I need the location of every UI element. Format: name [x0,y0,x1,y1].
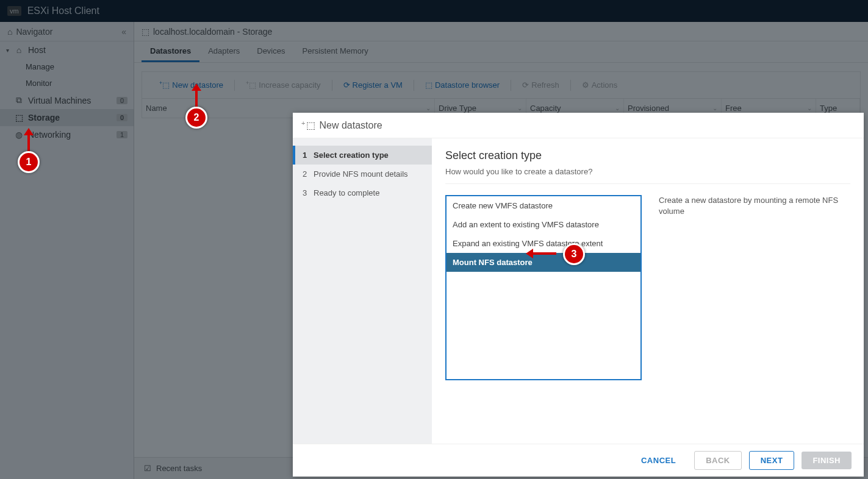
option-mount-nfs[interactable]: Mount NFS datastore [447,253,640,272]
step-heading: Select creation type [445,149,850,162]
wizard-steps: 1 Select creation type 2 Provide NFS mou… [293,138,432,444]
datastore-icon: ⬚ [306,119,315,131]
option-description: Create a new datastore by mounting a rem… [659,195,850,380]
plus-icon: + [301,119,305,127]
modal-footer: CANCEL BACK NEXT FINISH [293,444,864,477]
new-datastore-modal: + ⬚ New datastore 1 Select creation type… [293,113,864,477]
annotation-badge-2: 2 [185,107,207,129]
annotation-badge-1: 1 [18,151,40,173]
finish-button: FINISH [802,452,852,469]
next-button[interactable]: NEXT [749,451,795,470]
option-create-vmfs[interactable]: Create new VMFS datastore [447,196,640,215]
annotation-badge-3: 3 [563,243,585,265]
step-2[interactable]: 2 Provide NFS mount details [293,165,432,183]
cancel-button[interactable]: CANCEL [630,452,687,469]
modal-header: + ⬚ New datastore [293,113,864,138]
step-3[interactable]: 3 Ready to complete [293,183,432,202]
back-button: BACK [694,451,742,470]
step-1[interactable]: 1 Select creation type [293,146,432,165]
option-expand-vmfs[interactable]: Expand an existing VMFS datastore extent [447,234,640,253]
option-add-extent[interactable]: Add an extent to existing VMFS datastore [447,215,640,234]
step-subheading: How would you like to create a datastore… [445,167,850,184]
wizard-content: Select creation type How would you like … [432,138,864,444]
creation-type-list: Create new VMFS datastore Add an extent … [445,195,642,380]
